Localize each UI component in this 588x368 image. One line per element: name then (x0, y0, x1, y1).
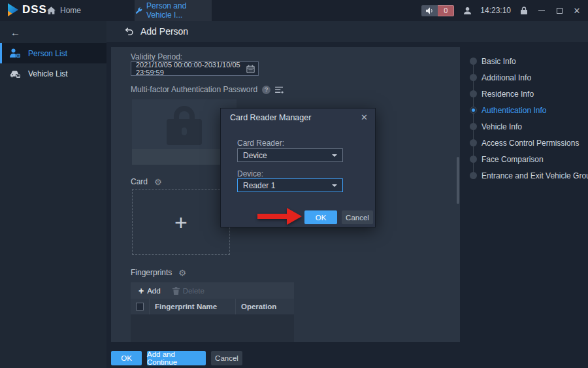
vertical-scrollbar-thumb[interactable] (457, 157, 459, 204)
fingerprints-table-header: Fingerprint Name Operation (131, 299, 294, 314)
logo-text: DSS (22, 3, 47, 16)
fingerprint-delete-label: Delete (183, 287, 204, 295)
form-ok-button[interactable]: OK (111, 351, 142, 365)
maximize-button[interactable] (555, 5, 564, 16)
page-title: Add Person (140, 26, 188, 37)
left-sidebar: ← Person List Vehicle List (0, 21, 106, 368)
form-cancel-button[interactable]: Cancel (211, 351, 242, 365)
dss-logo: DSS (7, 3, 47, 17)
alarm-sound-control[interactable]: 0 (421, 5, 454, 16)
step-label: Residence Info (482, 90, 534, 99)
maximize-icon (557, 8, 563, 14)
plus-icon: + (174, 211, 188, 233)
dialog-cancel-button[interactable]: Cancel (342, 210, 373, 224)
step-dot (470, 172, 477, 179)
minimize-button[interactable] (537, 5, 546, 16)
tab-person-and-vehicle[interactable]: Person and Vehicle I... (135, 0, 212, 21)
minimize-icon (538, 10, 545, 11)
fingerprints-section-header: Fingerprints ⚙ (131, 268, 186, 277)
step-label: Authentication Info (482, 106, 546, 115)
trash-icon (172, 287, 180, 295)
form-section-stepper: Basic Info Additional Info Residence Inf… (466, 53, 587, 184)
alarm-count-badge: 0 (438, 5, 454, 16)
step-basic-info[interactable]: Basic Info (466, 53, 587, 69)
tab-home-label: Home (60, 6, 81, 15)
dialog-close-icon[interactable]: ✕ (361, 112, 368, 122)
dss-logo-icon (7, 3, 20, 17)
calendar-icon[interactable] (246, 65, 255, 73)
step-label: Access Control Permissions (482, 139, 579, 148)
step-access-control-permissions[interactable]: Access Control Permissions (466, 135, 587, 151)
step-label: Additional Info (482, 73, 531, 82)
add-card-button[interactable]: + (132, 189, 230, 255)
card-settings-gear-icon[interactable]: ⚙ (154, 178, 162, 186)
device-select[interactable]: Reader 1 (237, 178, 343, 192)
card-section-header: Card ⚙ (131, 177, 162, 186)
device-field-label: Device: (237, 169, 263, 178)
undo-back-icon[interactable] (124, 27, 134, 36)
fingerprints-table: + Add Delete Fingerprint Name Operation (131, 282, 294, 342)
step-entrance-exit-vehicle-group[interactable]: Entrance and Exit Vehicle Group (466, 167, 587, 184)
fingerprint-delete-button[interactable]: Delete (172, 287, 204, 295)
clock: 14:23:10 (480, 6, 511, 15)
validity-period-label: Validity Period: (131, 52, 182, 61)
sidebar-back-button[interactable]: ← (0, 21, 106, 43)
close-window-button[interactable]: ✕ (572, 5, 581, 16)
help-icon[interactable]: ? (262, 86, 270, 94)
step-residence-info[interactable]: Residence Info (466, 86, 587, 102)
topbar-actions: 0 14:23:10 ✕ (421, 0, 581, 21)
step-dot (470, 123, 477, 130)
vehicle-list-icon (10, 69, 21, 78)
card-reader-select-value: Device (243, 151, 267, 160)
fingerprint-add-label: Add (147, 287, 160, 295)
validity-period-value: 2021/10/05 00:00:00-2031/10/05 23:59:59 (136, 61, 246, 76)
dialog-title: Card Reader Manager (230, 113, 311, 122)
mfa-password-row: Multi-factor Authentication Password ? (131, 85, 284, 94)
fingerprint-add-button[interactable]: + Add (139, 286, 161, 295)
lock-screen-icon[interactable] (519, 5, 529, 16)
form-add-and-continue-button[interactable]: Add and Continue (147, 351, 206, 365)
step-vehicle-info[interactable]: Vehicle Info (466, 118, 587, 135)
step-label: Basic Info (482, 57, 516, 66)
user-icon[interactable] (463, 5, 472, 16)
mfa-password-label: Multi-factor Authentication Password (131, 85, 257, 94)
sidebar-item-label: Vehicle List (28, 69, 68, 78)
card-reader-manager-dialog: Card Reader Manager ✕ Card Reader: Devic… (220, 108, 376, 227)
step-additional-info[interactable]: Additional Info (466, 69, 587, 86)
validity-period-input[interactable]: 2021/10/05 00:00:00-2031/10/05 23:59:59 (131, 61, 259, 76)
sidebar-item-person-list[interactable]: Person List (0, 43, 106, 63)
step-label: Entrance and Exit Vehicle Group (482, 171, 588, 180)
step-dot-active (470, 107, 477, 114)
speaker-icon (421, 5, 438, 16)
card-reader-select[interactable]: Device (237, 148, 343, 162)
step-label: Face Comparison (482, 155, 544, 164)
step-face-comparison[interactable]: Face Comparison (466, 151, 587, 167)
back-arrow-icon: ← (10, 27, 20, 38)
password-rules-icon[interactable] (275, 86, 284, 93)
sidebar-item-vehicle-list[interactable]: Vehicle List (0, 63, 106, 84)
tab-home[interactable]: Home (47, 0, 81, 21)
sidebar-item-label: Person List (28, 49, 67, 58)
chevron-down-icon (332, 184, 337, 187)
step-authentication-info[interactable]: Authentication Info (466, 102, 587, 118)
dialog-ok-button[interactable]: OK (304, 210, 337, 224)
fingerprints-settings-gear-icon[interactable]: ⚙ (178, 269, 186, 277)
fingerprints-label: Fingerprints (131, 268, 172, 277)
device-select-value: Reader 1 (243, 181, 275, 190)
chevron-down-icon (332, 154, 337, 157)
padlock-illustration-icon (167, 119, 202, 145)
step-dot (470, 90, 477, 97)
home-icon (47, 7, 56, 14)
page-header: Add Person (106, 21, 588, 42)
select-all-checkbox[interactable] (136, 303, 144, 310)
column-operation: Operation (235, 299, 294, 314)
add-plus-icon: + (139, 286, 144, 295)
top-bar: DSS Home Person and Vehicle I... 0 (0, 0, 588, 21)
fingerprints-toolbar: + Add Delete (131, 282, 294, 299)
card-label: Card (131, 177, 148, 186)
step-dot (470, 58, 477, 65)
tab-person-vehicle-label: Person and Vehicle I... (146, 1, 212, 20)
column-fingerprint-name: Fingerprint Name (149, 299, 235, 314)
wrench-icon (135, 7, 142, 14)
step-dot (470, 156, 477, 163)
